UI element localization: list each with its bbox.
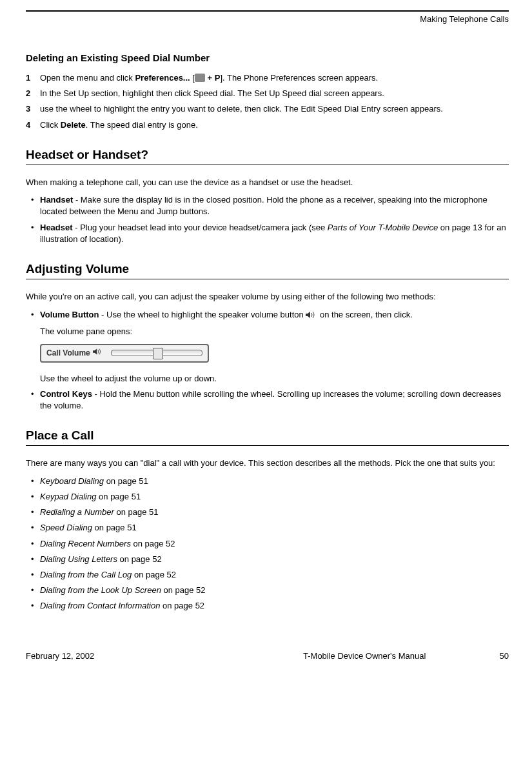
call-volume-label: Call Volume	[46, 348, 90, 359]
volume-pane-intro: The volume pane opens:	[40, 326, 509, 337]
step-2: 2 In the Set Up section, highlight then …	[26, 88, 509, 99]
cross-ref: Dialing from the Look Up Screen	[40, 585, 161, 595]
list-item-volume-button: Volume Button - Use the wheel to highlig…	[40, 309, 509, 385]
heading-delete-speed-dial: Deleting an Existing Speed Dial Number	[26, 52, 509, 63]
text: ]. The Phone Preferences screen appears.	[220, 73, 378, 83]
text: - Use the wheel to highlight the speaker…	[99, 310, 306, 319]
svg-marker-0	[306, 312, 310, 318]
section-rule	[26, 445, 509, 446]
list-item: Dialing from Contact Information on page…	[40, 600, 509, 612]
heading-place-call: Place a Call	[26, 428, 509, 443]
footer-manual-title: T-Mobile Device Owner's Manual	[303, 651, 426, 661]
list-item: Keyboard Dialing on page 51	[40, 476, 509, 487]
text: on page 51	[114, 507, 159, 517]
call-volume-widget: Call Volume	[40, 344, 209, 363]
list-item: Dialing Recent Numbers on page 52	[40, 538, 509, 550]
step-4: 4 Click Delete. The speed dial entry is …	[26, 119, 509, 131]
chapter-header: Making Telephone Calls	[26, 14, 509, 24]
cross-ref: Redialing a Number	[40, 507, 114, 517]
list-adjusting-volume: Volume Button - Use the wheel to highlig…	[26, 309, 509, 412]
volume-button-label: Volume Button	[40, 310, 99, 319]
text: - Plug your headset lead into your devic…	[73, 223, 328, 232]
cross-ref: Dialing Recent Numbers	[40, 539, 131, 548]
text: on page 52	[132, 570, 176, 579]
list-place-call: Keyboard Dialing on page 51 Keypad Diali…	[26, 476, 509, 612]
speaker-icon	[306, 310, 317, 322]
volume-slider-thumb	[153, 348, 163, 359]
text: on page 52	[160, 601, 204, 610]
cross-ref: Keyboard Dialing	[40, 476, 104, 486]
speaker-icon	[93, 348, 103, 359]
section-rule	[26, 165, 509, 165]
text: on page 52	[117, 554, 162, 564]
step-number: 1	[26, 72, 40, 84]
text: on page 52	[161, 585, 206, 595]
menu-icon	[195, 74, 205, 82]
text: Open the menu and click	[40, 73, 135, 83]
text: on page 51	[96, 492, 141, 501]
volume-slider-track	[111, 350, 202, 356]
list-item: Dialing Using Letters on page 52	[40, 554, 509, 565]
delete-label: Delete	[61, 120, 86, 130]
text: on page 51	[92, 523, 137, 532]
step-text: In the Set Up section, highlight then cl…	[40, 88, 384, 99]
text: [	[190, 73, 195, 83]
cross-ref: Dialing from the Call Log	[40, 570, 132, 579]
steps-delete-speed-dial: 1 Open the menu and click Preferences...…	[26, 72, 509, 131]
cross-ref: Dialing Using Letters	[40, 554, 117, 564]
volume-note: Use the wheel to adjust the volume up or…	[40, 373, 509, 385]
preferences-label: Preferences...	[135, 73, 190, 83]
list-item: Handset - Make sure the display lid is i…	[40, 194, 509, 217]
step-number: 4	[26, 119, 40, 131]
control-keys-label: Control Keys	[40, 389, 92, 399]
list-item: Speed Dialing on page 51	[40, 522, 509, 534]
handset-label: Handset	[40, 195, 73, 205]
step-1: 1 Open the menu and click Preferences...…	[26, 72, 509, 84]
text: on page 51	[104, 476, 148, 486]
step-number: 3	[26, 103, 40, 115]
list-item: Dialing from the Call Log on page 52	[40, 569, 509, 581]
list-item: Headset - Plug your headset lead into yo…	[40, 222, 509, 245]
step-text: Open the menu and click Preferences... […	[40, 72, 378, 84]
step-text: Click Delete. The speed dial entry is go…	[40, 119, 198, 131]
list-item: Redialing a Number on page 51	[40, 507, 509, 518]
section-rule	[26, 279, 509, 279]
list-headset-handset: Handset - Make sure the display lid is i…	[26, 194, 509, 245]
text: on the screen, then click.	[317, 310, 412, 319]
text: - Make sure the display lid is in the cl…	[40, 195, 488, 216]
step-number: 2	[26, 88, 40, 99]
top-rule	[26, 10, 509, 12]
list-item: Dialing from the Look Up Screen on page …	[40, 585, 509, 596]
list-item: Keypad Dialing on page 51	[40, 491, 509, 503]
headset-label: Headset	[40, 223, 73, 232]
intro-place-call: There are many ways you can "dial" a cal…	[26, 457, 509, 469]
text: on page 52	[131, 539, 175, 548]
heading-adjusting-volume: Adjusting Volume	[26, 262, 509, 276]
svg-marker-1	[93, 349, 97, 355]
cross-ref: Keypad Dialing	[40, 492, 96, 501]
footer-date: February 12, 2002	[26, 651, 94, 661]
keyshort: + P	[205, 73, 221, 83]
cross-ref: Parts of Your T-Mobile Device	[328, 223, 438, 232]
step-3: 3 use the wheel to highlight the entry y…	[26, 103, 509, 115]
text: Click	[40, 120, 61, 130]
text: . The speed dial entry is gone.	[86, 120, 198, 130]
cross-ref: Dialing from Contact Information	[40, 601, 160, 610]
intro-adjusting-volume: While you're on an active call, you can …	[26, 291, 509, 303]
cross-ref: Speed Dialing	[40, 523, 92, 532]
intro-headset-handset: When making a telephone call, you can us…	[26, 177, 509, 188]
footer-page-number: 50	[500, 651, 509, 661]
heading-headset-handset: Headset or Handset?	[26, 148, 509, 162]
step-text: use the wheel to highlight the entry you…	[40, 103, 443, 115]
text: - Hold the Menu button while scrolling t…	[40, 389, 501, 410]
list-item-control-keys: Control Keys - Hold the Menu button whil…	[40, 388, 509, 412]
